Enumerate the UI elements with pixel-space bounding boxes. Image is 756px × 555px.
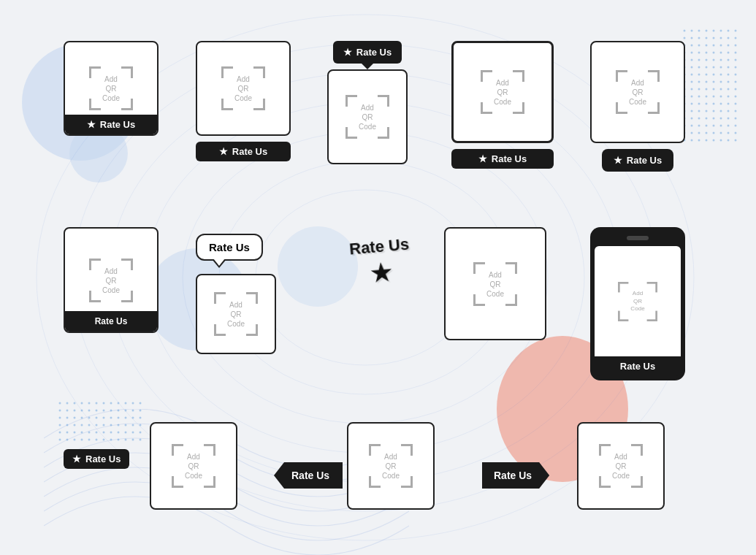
widget-1: Add QR Code ★ Rate Us [64,41,159,136]
qr-card-5[interactable]: AddQR Code [590,41,685,143]
qr-add-text-6: AddQR Code [100,266,122,294]
qr-add-text-4: AddQR Code [492,78,513,107]
qr-add-text-13: AddQR Code [610,452,632,481]
rate-us-label-6: Rate Us [95,316,128,326]
widget-7: Rate Us AddQR Code [196,234,276,354]
qr-card-13[interactable]: AddQR Code [577,422,665,510]
qr-add-text-12: AddQR Code [183,452,205,481]
star-icon-5: ★ [614,155,622,166]
widget-2: AddQR Code ★ Rate Us [196,41,291,161]
widget-3: ★ Rate Us AddQR Code [327,41,408,164]
qr-add-text-1: Add QR Code [100,74,122,103]
widget-10: AddQR Code Rate Us [590,227,685,380]
rate-us-bar-1[interactable]: ★ Rate Us [65,115,157,134]
rate-us-label-2: Rate Us [232,146,267,157]
star-icon-4: ★ [478,153,487,164]
arrow-badge-12[interactable]: Rate Us [274,462,343,489]
star-icon-1: ★ [87,119,96,130]
qr-add-text-3: AddQR Code [356,103,378,131]
widget-12: AddQR Code [150,422,237,510]
rate-us-label-10: Rate Us [620,361,655,372]
phone-screen-10: AddQR Code [595,246,681,356]
qr-card-6[interactable]: AddQR Code Rate Us [64,227,159,333]
qr-card-12b[interactable]: AddQR Code [347,422,435,510]
qr-add-text-9: AddQR Code [484,269,506,298]
rate-us-badge-4[interactable]: ★ Rate Us [451,149,554,169]
qr-card-2[interactable]: AddQR Code [196,41,291,136]
qr-add-text-7: AddQR Code [225,300,247,329]
speech-bubble-7[interactable]: Rate Us [196,234,263,261]
qr-card-3[interactable]: AddQR Code [327,69,408,164]
star-icon-3: ★ [343,47,352,58]
phone-rate-bar-10[interactable]: Rate Us [595,356,681,376]
rate-us-bubble-5[interactable]: ★ Rate Us [602,143,673,172]
phone-frame-10[interactable]: AddQR Code Rate Us [590,227,685,380]
phone-notch-10 [627,236,649,240]
qr-add-text-10: AddQR Code [628,290,648,313]
qr-card-4[interactable]: AddQR Code [451,41,554,143]
rate-us-badge-2[interactable]: ★ Rate Us [196,142,291,161]
rate-us-badge-11[interactable]: ★ Rate Us [64,449,129,469]
rate-us-label-3: Rate Us [356,47,392,58]
widget-8: Rate Us ★ [351,237,411,287]
star-icon-11: ★ [72,453,81,464]
tooltip-badge-3[interactable]: ★ Rate Us [333,41,402,64]
qr-add-text-5: AddQR Code [627,78,649,107]
rate-us-bar-6[interactable]: Rate Us [65,311,157,332]
rate-us-label-8: Rate Us [348,235,410,259]
rate-us-label-7: Rate Us [209,241,250,253]
widget-13: Rate Us [482,462,549,489]
rate-us-arrow-13[interactable]: Rate Us [482,462,549,489]
qr-card-7[interactable]: AddQR Code [196,274,276,354]
rate-us-label-5: Rate Us [627,155,662,166]
rate-us-label-4: Rate Us [492,153,527,164]
star-icon-2: ★ [219,146,228,157]
qr-card-1[interactable]: Add QR Code ★ Rate Us [64,41,159,136]
rate-us-label-1: Rate Us [100,119,135,130]
widget-11: ★ Rate Us [64,449,129,469]
rate-us-label-11: Rate Us [85,453,121,464]
qr-add-text-12b: AddQR Code [380,452,402,481]
widget-5: AddQR Code ★ Rate Us [590,41,685,172]
sticker-badge-8[interactable]: Rate Us ★ [348,235,413,290]
widget-4: AddQR Code ★ Rate Us [451,41,554,169]
qr-add-text-2: AddQR Code [232,74,254,103]
widget-6: AddQR Code Rate Us [64,227,159,333]
qr-card-9[interactable]: AddQR Code [444,227,546,340]
qr-card-12[interactable]: AddQR Code [150,422,237,510]
widget-12-badge[interactable]: Rate Us [274,462,343,489]
widget-9: AddQR Code [444,227,546,340]
rate-us-label-13: Rate Us [494,470,532,481]
rate-us-label-12: Rate Us [291,470,329,481]
star-icon-8: ★ [370,259,393,288]
